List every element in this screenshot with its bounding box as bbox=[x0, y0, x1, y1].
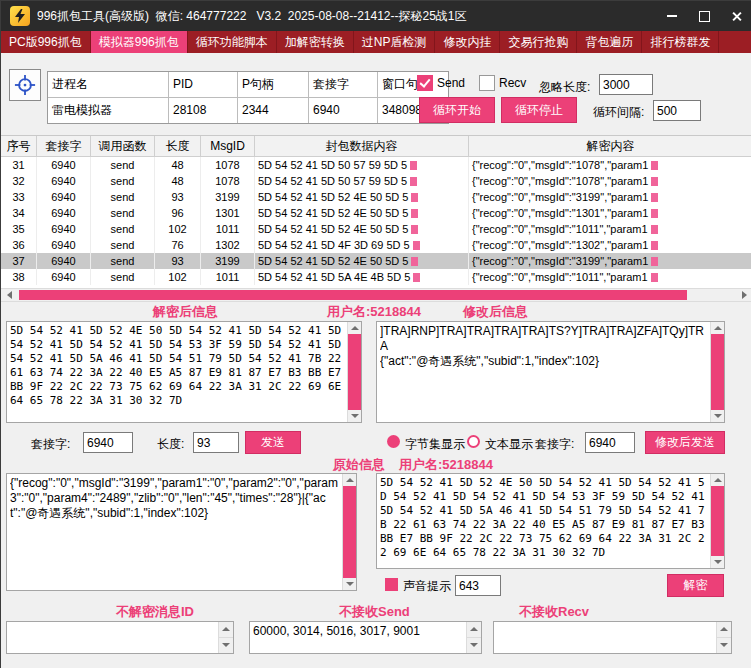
packet-row[interactable]: 366940send7613025D 54 52 41 5D 4F 3D 69 … bbox=[1, 237, 751, 253]
spin-down-button[interactable] bbox=[467, 638, 481, 654]
process-row-cell[interactable]: 2344 bbox=[238, 98, 309, 123]
loop-start-button[interactable]: 循环开始 bbox=[419, 97, 495, 123]
no-decrypt-msgid-text[interactable] bbox=[10, 624, 217, 651]
no-receive-recv-text[interactable] bbox=[497, 624, 715, 651]
process-table-row[interactable]: 雷电模拟器281082344694034809810 bbox=[48, 98, 448, 123]
scroll-down-button[interactable] bbox=[348, 410, 361, 422]
horizontal-scrollbar[interactable] bbox=[1, 288, 751, 302]
scroll-up-button[interactable] bbox=[711, 474, 724, 486]
packet-header-cell[interactable]: 套接字 bbox=[37, 136, 91, 156]
maximize-button[interactable] bbox=[688, 1, 720, 31]
no-decrypt-msgid-box bbox=[6, 621, 234, 654]
scroll-left-button[interactable] bbox=[1, 289, 17, 301]
tab-4[interactable]: 加解密转换 bbox=[277, 31, 354, 53]
original-json-scrollbar[interactable] bbox=[342, 474, 356, 590]
loop-interval-input[interactable] bbox=[653, 100, 701, 121]
tab-6[interactable]: 修改内挂 bbox=[435, 31, 500, 53]
loop-stop-button[interactable]: 循环停止 bbox=[501, 97, 577, 123]
tab-9[interactable]: 排行榜群发 bbox=[642, 31, 719, 53]
packet-header-cell[interactable]: 调用函数 bbox=[91, 136, 155, 156]
packet-cell-data: 5D 54 52 41 5D 52 4E 50 5D 5 bbox=[255, 221, 469, 237]
process-row-cell[interactable]: 28108 bbox=[169, 98, 238, 123]
spinner[interactable] bbox=[466, 622, 481, 653]
packet-cell-len: 102 bbox=[155, 221, 201, 237]
packet-row[interactable]: 316940send4810785D 54 52 41 5D 50 57 59 … bbox=[1, 157, 751, 173]
modified-send-button[interactable]: 修改后发送 bbox=[645, 431, 725, 454]
packet-row[interactable]: 376940send9331995D 54 52 41 5D 52 4E 50 … bbox=[1, 253, 751, 269]
packet-row[interactable]: 386940send10210115D 54 52 41 5D 5A 4E 4B… bbox=[1, 269, 751, 285]
tab-2[interactable]: 模拟器996抓包 bbox=[91, 31, 188, 53]
packet-header-cell[interactable]: 长度 bbox=[155, 136, 201, 156]
arrow-up-icon bbox=[714, 478, 722, 482]
packet-row[interactable]: 346940send9613015D 54 52 41 5D 52 4E 50 … bbox=[1, 205, 751, 221]
tab-8[interactable]: 背包遍历 bbox=[577, 31, 642, 53]
packet-row[interactable]: 326940send4810785D 54 52 41 5D 50 57 59 … bbox=[1, 173, 751, 189]
process-row-cell[interactable]: 6940 bbox=[309, 98, 378, 123]
scrollbar-thumb[interactable] bbox=[711, 334, 724, 410]
decrypted-text[interactable]: 5D 54 52 41 5D 52 4E 50 5D 54 52 41 5D 5… bbox=[10, 324, 346, 420]
tab-5[interactable]: 过NP盾检测 bbox=[354, 31, 436, 53]
process-row-cell[interactable]: 雷电模拟器 bbox=[48, 98, 169, 123]
scrollbar-thumb[interactable] bbox=[711, 486, 724, 556]
text-display-radio[interactable] bbox=[467, 435, 480, 448]
spin-up-button[interactable] bbox=[467, 622, 481, 638]
arrow-down-icon bbox=[346, 582, 354, 586]
scroll-up-button[interactable] bbox=[348, 322, 361, 334]
spin-up-button[interactable] bbox=[717, 622, 731, 638]
length-input[interactable] bbox=[193, 432, 239, 453]
arrow-down-icon bbox=[714, 560, 722, 564]
packet-header-cell[interactable]: 封包数据内容 bbox=[255, 136, 469, 156]
socket-input[interactable] bbox=[83, 432, 133, 453]
original-hex-scrollbar[interactable] bbox=[710, 474, 724, 568]
spin-down-button[interactable] bbox=[219, 638, 233, 654]
send-checkbox[interactable] bbox=[417, 75, 433, 91]
ignore-length-input[interactable] bbox=[599, 74, 653, 95]
decrypted-scrollbar[interactable] bbox=[347, 322, 361, 422]
decrypt-button[interactable]: 解密 bbox=[667, 574, 724, 597]
no-receive-send-text[interactable]: 60000, 3014, 5016, 3017, 9001 bbox=[253, 624, 465, 651]
scroll-down-button[interactable] bbox=[343, 578, 356, 590]
sound-alert-checkbox[interactable] bbox=[385, 578, 398, 591]
packet-cell-socket: 6940 bbox=[37, 269, 91, 285]
packet-cell-data: 5D 54 52 41 5D 50 57 59 5D 5 bbox=[255, 173, 469, 189]
spin-down-button[interactable] bbox=[717, 638, 731, 654]
packet-row[interactable]: 356940send10210115D 54 52 41 5D 52 4E 50… bbox=[1, 221, 751, 237]
packet-header-cell[interactable]: 解密内容 bbox=[469, 136, 751, 156]
spinner[interactable] bbox=[716, 622, 731, 653]
tab-1[interactable]: PC版996抓包 bbox=[1, 31, 91, 53]
modified-socket-input[interactable] bbox=[585, 432, 635, 453]
sound-alert-input[interactable] bbox=[455, 575, 501, 596]
original-json-text[interactable]: {"recog":"0","msgId":"3199","param1":"0"… bbox=[10, 476, 341, 588]
packet-cell-socket: 6940 bbox=[37, 253, 91, 269]
scroll-up-button[interactable] bbox=[343, 474, 356, 486]
tab-7[interactable]: 交易行抢购 bbox=[500, 31, 577, 53]
packet-cell-seq: 38 bbox=[1, 269, 37, 285]
recv-checkbox[interactable] bbox=[479, 75, 495, 91]
scroll-right-button[interactable] bbox=[736, 289, 751, 301]
packet-cell-msgid: 1302 bbox=[201, 237, 255, 253]
modified-scrollbar[interactable] bbox=[710, 322, 724, 422]
arrow-down-icon bbox=[351, 414, 359, 418]
horizontal-scrollbar-thumb[interactable] bbox=[19, 290, 687, 300]
send-button[interactable]: 发送 bbox=[245, 431, 301, 454]
no-receive-recv-label: 不接收Recv bbox=[519, 603, 589, 621]
scrollbar-thumb[interactable] bbox=[343, 486, 356, 578]
scroll-down-button[interactable] bbox=[711, 410, 724, 422]
close-button[interactable] bbox=[720, 1, 751, 31]
packet-row[interactable]: 336940send9331995D 54 52 41 5D 52 4E 50 … bbox=[1, 189, 751, 205]
spinner[interactable] bbox=[218, 622, 233, 653]
packet-cell-msgid: 3199 bbox=[201, 253, 255, 269]
spin-up-button[interactable] bbox=[219, 622, 233, 638]
process-header-cell: 套接字 bbox=[309, 72, 378, 98]
window-finder-button[interactable] bbox=[9, 69, 41, 101]
scrollbar-thumb[interactable] bbox=[348, 334, 361, 410]
scroll-up-button[interactable] bbox=[711, 322, 724, 334]
modified-text[interactable]: ]TRA]RNP]TRA]TRA]TRA]TRA]TS?Y]TRA]TRA]ZF… bbox=[380, 324, 709, 420]
original-hex-text[interactable]: 5D 54 52 41 5D 52 4E 50 5D 54 52 41 5D 5… bbox=[380, 476, 709, 566]
scroll-down-button[interactable] bbox=[711, 556, 724, 568]
packet-header-cell[interactable]: 序号 bbox=[1, 136, 37, 156]
packet-header-cell[interactable]: MsgID bbox=[201, 136, 255, 156]
bytes-display-radio[interactable] bbox=[387, 435, 400, 448]
tab-3[interactable]: 循环功能脚本 bbox=[188, 31, 277, 53]
minimize-button[interactable] bbox=[656, 1, 688, 31]
